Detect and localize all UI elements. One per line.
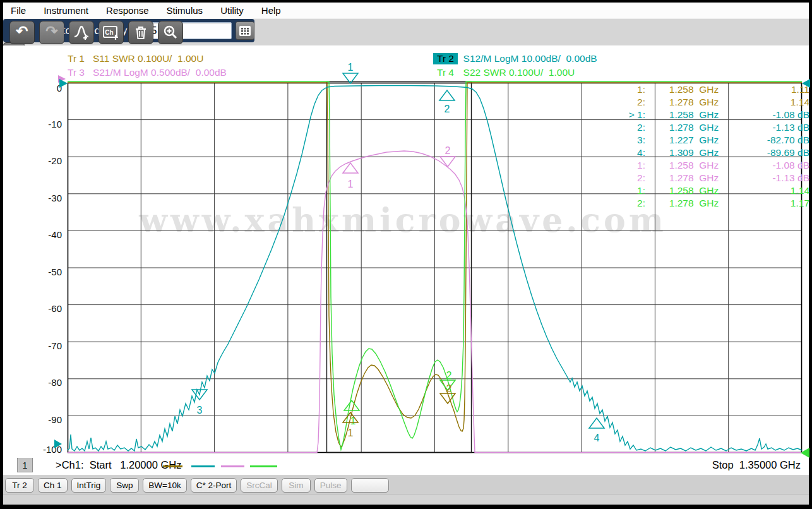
- status-button-pulse[interactable]: Pulse: [314, 478, 347, 493]
- status-button-swp[interactable]: Swp: [110, 478, 139, 493]
- marker-label: 3: [197, 405, 203, 416]
- marker-row: 4:1.309 GHz-89.69 dB: [607, 147, 809, 160]
- stop-frequency-axis-label: Stop 1.35000 GHz: [611, 459, 801, 471]
- marker-label: 2: [446, 383, 452, 394]
- marker-group-tr2: [192, 73, 604, 428]
- trace-swatch-tr2: [191, 465, 215, 467]
- trace-swatch-tr3: [221, 465, 244, 467]
- status-button-sim[interactable]: Sim: [282, 478, 311, 493]
- plot-area: 1 2 3 4 1 2 1 2 1 2: [0, 0, 812, 509]
- status-bar-lower-strip: [3, 494, 809, 505]
- marker-2-tr2[interactable]: [439, 90, 455, 100]
- marker-row: 1:1.258 GHz1.11: [607, 84, 809, 97]
- marker-row: 2:1.278 GHz-1.13 dB: [607, 122, 809, 135]
- status-button-tr2[interactable]: Tr 2: [5, 478, 34, 493]
- trace-swatch-tr4: [250, 465, 277, 467]
- marker-2-tr3[interactable]: [440, 157, 455, 167]
- marker-row: 1:1.258 GHz-1.08 dB: [607, 160, 809, 172]
- status-button-srccal[interactable]: SrcCal: [241, 478, 278, 493]
- vna-application-window: File Instrument Response Stimulus Utilit…: [0, 0, 812, 509]
- status-button-cal-2port[interactable]: C* 2-Port: [191, 478, 237, 493]
- marker-1-tr4[interactable]: [344, 400, 359, 410]
- status-button-empty: [351, 478, 389, 493]
- marker-group-tr3: [343, 157, 455, 173]
- marker-readout-table: 1:1.258 GHz1.11 2:1.278 GHz1.14 > 1:1.25…: [607, 84, 809, 210]
- marker-row: 2:1.278 GHz1.14: [607, 97, 809, 109]
- marker-group-tr4: [344, 380, 455, 410]
- marker-label: 1: [348, 428, 354, 438]
- marker-row: 3:1.227 GHz-82.70 dB: [607, 135, 809, 147]
- marker-label: 2: [445, 104, 450, 114]
- marker-label: 4: [594, 433, 600, 443]
- marker-label: 1: [348, 62, 354, 73]
- marker-row: 2:1.278 GHz-1.13 dB: [607, 172, 809, 185]
- marker-labels-tr3: 1 2: [348, 145, 451, 189]
- trace-swatch-tr1: [163, 465, 182, 467]
- marker-labels-tr2: 1 2 3 4: [197, 62, 600, 443]
- channel-indicator[interactable]: 1: [17, 458, 33, 472]
- marker-label: 1: [350, 416, 356, 426]
- marker-row: 2:1.278 GHz1.17: [607, 198, 809, 210]
- ref-arrow-tr2-left: [59, 79, 68, 88]
- status-button-bw[interactable]: BW=10k: [143, 478, 186, 493]
- status-button-ch1[interactable]: Ch 1: [38, 478, 68, 493]
- marker-label: 2: [446, 370, 452, 381]
- marker-row: > 1:1.258 GHz-1.08 dB: [607, 109, 809, 122]
- marker-4-tr2[interactable]: [589, 418, 604, 428]
- status-button-inttrig[interactable]: IntTrig: [71, 478, 107, 493]
- marker-label: 2: [445, 145, 451, 156]
- limit-line-box: [327, 82, 472, 453]
- status-bar: Tr 2 Ch 1 IntTrig Swp BW=10k C* 2-Port S…: [3, 476, 809, 494]
- marker-edge-arrow-left: [54, 440, 62, 448]
- marker-label: 1: [348, 179, 354, 189]
- marker-row: 1:1.258 GHz1.14: [607, 185, 809, 198]
